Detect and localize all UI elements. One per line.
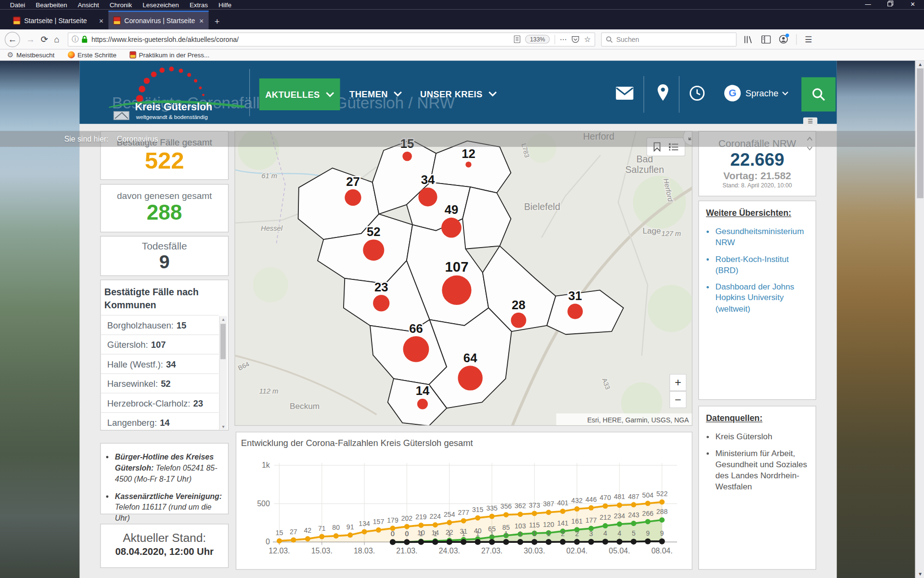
- case-bubble[interactable]: [403, 336, 429, 362]
- map-zoom-out-button[interactable]: −: [669, 391, 687, 408]
- url-bar[interactable]: ⓘ https://www.kreis-guetersloh.de/aktuel…: [67, 32, 595, 46]
- case-bubble[interactable]: [345, 189, 361, 206]
- data-point[interactable]: [518, 512, 523, 517]
- map-zoom-in-button[interactable]: +: [669, 374, 687, 391]
- data-point[interactable]: [489, 539, 495, 545]
- case-bubble[interactable]: [442, 276, 471, 305]
- minimize-button[interactable]: —: [857, 0, 879, 10]
- browser-tab[interactable]: Coronavirus | Startseite✕: [108, 11, 208, 29]
- data-point[interactable]: [531, 539, 537, 545]
- data-point[interactable]: [588, 539, 594, 545]
- data-point[interactable]: [461, 518, 466, 524]
- data-point[interactable]: [659, 499, 665, 505]
- menu-item-datei[interactable]: Datei: [5, 1, 30, 8]
- data-point[interactable]: [631, 502, 636, 507]
- scroll-up-icon[interactable]: ▲: [220, 317, 227, 322]
- scroll-up-icon[interactable]: ▲: [916, 62, 924, 67]
- menu-item-hilfe[interactable]: Hilfe: [213, 1, 237, 8]
- data-point[interactable]: [319, 534, 324, 539]
- data-point[interactable]: [659, 517, 665, 523]
- data-point[interactable]: [616, 539, 622, 545]
- bookmark-item[interactable]: Erste Schritte: [67, 52, 116, 59]
- library-icon[interactable]: [744, 35, 753, 43]
- data-point[interactable]: [376, 527, 381, 533]
- data-point[interactable]: [560, 509, 565, 514]
- data-point[interactable]: [589, 505, 594, 511]
- municipality-row[interactable]: Harsewinkel:52: [101, 373, 218, 393]
- mail-icon[interactable]: [616, 87, 634, 100]
- list-scrollbar[interactable]: ▲ ▼: [219, 316, 227, 430]
- case-bubble[interactable]: [511, 313, 526, 328]
- case-bubble[interactable]: [418, 187, 437, 206]
- case-bubble[interactable]: [373, 295, 389, 311]
- bookmark-item[interactable]: ⚙Meistbesucht: [7, 51, 55, 59]
- back-button[interactable]: ←: [5, 32, 20, 47]
- restore-button[interactable]: [879, 0, 902, 10]
- data-point[interactable]: [560, 539, 565, 545]
- data-point[interactable]: [574, 506, 579, 512]
- data-point[interactable]: [631, 539, 637, 544]
- bookmark-star-icon[interactable]: ☆: [584, 35, 590, 43]
- menu-item-ansicht[interactable]: Ansicht: [72, 1, 104, 8]
- data-point[interactable]: [659, 539, 665, 544]
- site-info-icon[interactable]: ⓘ: [72, 35, 78, 43]
- page-scroll-thumb[interactable]: [917, 68, 923, 198]
- list-scroll-thumb[interactable]: [220, 324, 226, 359]
- data-point[interactable]: [574, 539, 580, 545]
- data-point[interactable]: [447, 539, 452, 545]
- case-bubble[interactable]: [363, 239, 384, 261]
- menu-item-bearbeiten[interactable]: Bearbeiten: [30, 1, 72, 8]
- data-point[interactable]: [291, 537, 296, 542]
- municipality-row[interactable]: Borgholzhausen:15: [101, 315, 218, 334]
- data-point[interactable]: [390, 539, 396, 545]
- data-point[interactable]: [532, 511, 537, 516]
- nav-aktuelles[interactable]: AKTUELLES: [259, 79, 340, 110]
- site-logo[interactable]: Kreis Gütersloh weltgewandt & bodenständ…: [103, 64, 250, 123]
- data-point[interactable]: [347, 532, 353, 538]
- data-point[interactable]: [433, 522, 438, 527]
- location-pin-icon[interactable]: [657, 84, 668, 101]
- reload-button[interactable]: ⟳: [40, 34, 48, 44]
- municipality-row[interactable]: Gütersloh:107: [101, 335, 218, 354]
- data-point[interactable]: [447, 520, 452, 525]
- external-link[interactable]: Dashboard der Johns Hopkins University (…: [716, 281, 812, 315]
- data-point[interactable]: [617, 522, 622, 527]
- menu-item-extras[interactable]: Extras: [184, 1, 213, 8]
- google-translate-icon[interactable]: G: [724, 85, 741, 101]
- data-point[interactable]: [503, 539, 509, 545]
- language-label[interactable]: Sprache: [745, 88, 778, 98]
- data-point[interactable]: [305, 536, 310, 541]
- pocket-icon[interactable]: [572, 35, 579, 43]
- data-point[interactable]: [432, 539, 438, 545]
- data-point[interactable]: [645, 519, 651, 524]
- data-point[interactable]: [603, 503, 608, 509]
- data-point[interactable]: [362, 529, 367, 534]
- municipality-row[interactable]: Halle (Westf.):34: [101, 354, 218, 373]
- nav-themen[interactable]: THEMEN: [349, 89, 402, 99]
- data-point[interactable]: [631, 521, 636, 526]
- data-point[interactable]: [645, 501, 651, 506]
- data-point[interactable]: [277, 538, 282, 543]
- breadcrumb-page[interactable]: Coronavirus: [117, 134, 158, 143]
- case-bubble[interactable]: [458, 366, 482, 390]
- data-point[interactable]: [404, 524, 410, 529]
- data-point[interactable]: [645, 539, 651, 544]
- sidebar-toggle-icon[interactable]: [761, 35, 771, 43]
- map-canvas[interactable]: HerfordBadSalzuflenBielefeldLageBeckumHe…: [235, 131, 693, 426]
- menu-item-lesezeichen[interactable]: Lesezeichen: [137, 1, 184, 8]
- account-button[interactable]: [779, 35, 787, 43]
- data-point[interactable]: [418, 539, 424, 545]
- tab-close-icon[interactable]: ✕: [195, 17, 204, 24]
- external-link[interactable]: Gesundheitsministerium NRW: [716, 226, 812, 248]
- page-actions-icon[interactable]: ⋯: [560, 35, 567, 43]
- data-point[interactable]: [489, 513, 495, 519]
- menu-item-chronik[interactable]: Chronik: [104, 1, 137, 8]
- bookmark-item[interactable]: Praktikum in der Press...: [129, 52, 209, 59]
- data-point[interactable]: [603, 523, 608, 528]
- page-scrollbar[interactable]: ▲ ▼: [915, 61, 924, 578]
- data-point[interactable]: [546, 510, 551, 515]
- chevron-down-icon[interactable]: [782, 92, 788, 96]
- data-point[interactable]: [546, 539, 552, 545]
- data-point[interactable]: [475, 515, 480, 521]
- data-point[interactable]: [418, 523, 424, 528]
